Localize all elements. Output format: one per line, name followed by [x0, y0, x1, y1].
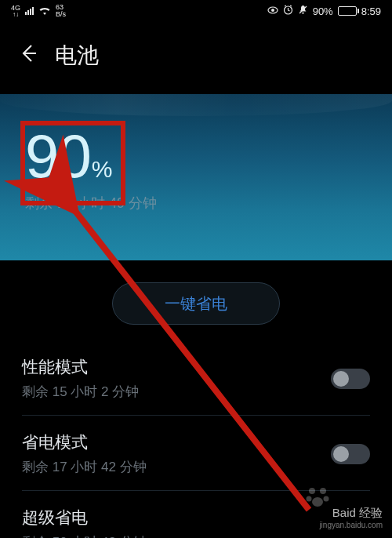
one-key-power-save-button[interactable]: 一键省电 — [112, 282, 280, 325]
setting-title: 省电模式 — [22, 431, 147, 453]
status-bar-right: 90% 8:59 — [267, 5, 381, 17]
power-save-mode-row[interactable]: 省电模式 剩余 17 小时 42 分钟 — [22, 416, 370, 491]
remaining-time: 剩余 15 小时 49 分钟 — [25, 194, 367, 213]
battery-percent-text: 90% — [313, 5, 333, 17]
performance-mode-row[interactable]: 性能模式 剩余 15 小时 2 分钟 — [22, 340, 370, 416]
setting-subtitle: 剩余 17 小时 42 分钟 — [22, 458, 147, 476]
mute-icon — [298, 5, 308, 17]
battery-icon — [338, 6, 357, 16]
clock-time: 8:59 — [361, 5, 381, 17]
signal-bars-icon — [25, 7, 34, 15]
setting-title: 超级省电 — [22, 507, 147, 529]
eye-comfort-icon — [267, 5, 278, 16]
back-button[interactable] — [17, 43, 38, 69]
performance-mode-toggle[interactable] — [331, 369, 370, 389]
page-title: 电池 — [55, 41, 99, 71]
setting-subtitle: 剩余 15 小时 2 分钟 — [22, 383, 139, 401]
svg-point-8 — [324, 496, 329, 502]
page-header: 电池 — [0, 22, 392, 94]
power-save-mode-toggle[interactable] — [331, 444, 370, 464]
percent-value: 90 — [25, 121, 90, 192]
battery-percent-display: 90 % — [25, 121, 367, 192]
status-bar: 4G ↑↓ 63 B/s 90% 8:59 — [0, 0, 392, 22]
setting-title: 性能模式 — [22, 356, 139, 378]
network-indicator: 4G ↑↓ — [11, 5, 20, 18]
status-bar-left: 4G ↑↓ 63 B/s — [11, 4, 66, 18]
watermark-brand: Baid 经验 — [319, 505, 383, 521]
setting-subtitle: 剩余 50 小时 48 分钟 — [22, 533, 147, 538]
alarm-icon — [283, 5, 293, 17]
battery-hero[interactable]: 90 % 剩余 15 小时 49 分钟 — [0, 94, 392, 260]
watermark-url: jingyan.baidu.com — [319, 520, 383, 530]
data-speed: 63 B/s — [56, 4, 66, 18]
percent-symbol: % — [92, 156, 113, 183]
svg-point-6 — [320, 488, 326, 494]
wifi-icon — [38, 5, 51, 17]
svg-point-1 — [271, 9, 274, 12]
svg-point-7 — [307, 496, 312, 502]
svg-point-5 — [309, 488, 315, 494]
watermark: Baid 经验 jingyan.baidu.com — [319, 505, 383, 531]
